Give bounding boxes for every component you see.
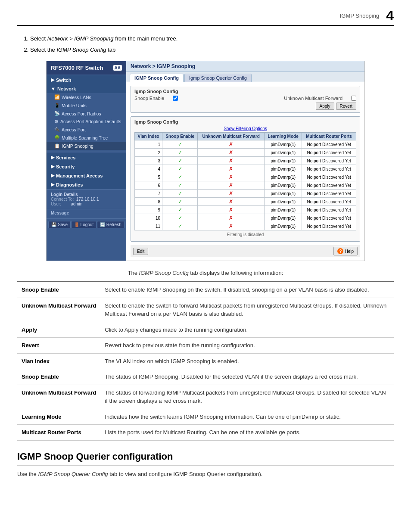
sidebar-item-mobile-units[interactable]: 📱 Mobile Units bbox=[47, 101, 126, 109]
save-button[interactable]: 💾 Save bbox=[48, 221, 71, 228]
tab-igmp-querier-config[interactable]: Igmp Snoop Querier Config bbox=[184, 74, 252, 82]
logout-icon: 🚪 bbox=[74, 222, 79, 227]
sidebar-brand: RFS7000 RF Switch AA bbox=[47, 61, 126, 75]
desc-field-name: Multicast Router Ports bbox=[17, 425, 100, 441]
sidebar-switch-label: Switch bbox=[56, 78, 71, 83]
sidebar-item-switch[interactable]: ▶ Switch bbox=[47, 75, 126, 84]
cell-mode: pimDvmrp(1) bbox=[265, 206, 302, 214]
sidebar-item-access-port[interactable]: 🔌 Access Port bbox=[47, 125, 126, 134]
apply-row: Apply Revert bbox=[134, 103, 356, 110]
unknown-multicast-label: Unknown Multicast Forward bbox=[284, 96, 342, 101]
desc-table-row: Unknown Multicast Forward The status of … bbox=[17, 385, 394, 409]
wireless-icon: 📶 bbox=[54, 94, 60, 100]
unknown-multicast-checkbox[interactable] bbox=[351, 96, 356, 101]
cell-mode: pimDvmrp(1) bbox=[265, 190, 302, 198]
sidebar-item-security[interactable]: ▶ Security bbox=[47, 162, 126, 171]
cell-ports: No port Discovered Yet bbox=[302, 140, 356, 149]
management-label: Management Access bbox=[56, 173, 103, 178]
desc-field-value: Click to Apply changes made to the runni… bbox=[100, 322, 394, 338]
radio-icon: 📡 bbox=[54, 111, 60, 116]
desc-table-row: Unknown Multicast Forward Select to enab… bbox=[17, 298, 394, 322]
cell-mode: pimDvmrp(1) bbox=[265, 173, 302, 181]
sidebar-message: Message bbox=[47, 209, 126, 217]
main-tabs: IGMP Snoop Config Igmp Snoop Querier Con… bbox=[126, 72, 364, 82]
refresh-icon: 🔄 bbox=[100, 222, 105, 227]
desc-field-value: Lists the ports used for Multicast Routi… bbox=[100, 425, 394, 441]
arrow-management: ▶ bbox=[51, 173, 54, 178]
sidebar-item-igmp-snooping[interactable]: 📋 IGMP Snooping bbox=[47, 142, 126, 150]
desc-field-value: Indicates how the switch learns IGMP Sno… bbox=[100, 409, 394, 425]
sidebar-item-spanning-tree[interactable]: 🌳 Multiple Spanning Tree bbox=[47, 134, 126, 142]
main-body: Igmp Snoop Config Snoop Enable Unknown M… bbox=[126, 82, 364, 261]
cell-vlan: 5 bbox=[135, 173, 162, 181]
sidebar-item-wireless-lans[interactable]: 📶 Wireless LANs bbox=[47, 93, 126, 101]
cell-vlan: 11 bbox=[135, 222, 162, 230]
radio-label: Access Port Radios bbox=[62, 111, 101, 116]
brand-logo: AA bbox=[113, 65, 122, 71]
logout-label: Logout bbox=[81, 222, 94, 227]
cell-snoop: ✓ bbox=[162, 214, 198, 222]
revert-button[interactable]: Revert bbox=[336, 103, 356, 110]
apply-button[interactable]: Apply bbox=[316, 103, 334, 110]
access-icon: 🔌 bbox=[54, 127, 60, 132]
help-button[interactable]: ? Help bbox=[333, 247, 358, 255]
connect-to-value: 172.16.10.1 bbox=[76, 197, 99, 202]
instruction-1: Select Network > IGMP Snooping from the … bbox=[30, 34, 394, 43]
services-label: Services bbox=[56, 155, 75, 160]
cell-vlan: 6 bbox=[135, 181, 162, 190]
cell-ports: No port Discovered Yet bbox=[302, 173, 356, 181]
snoop-enable-checkbox[interactable] bbox=[173, 96, 178, 101]
cell-snoop: ✓ bbox=[162, 198, 198, 206]
page-number: 4 bbox=[386, 9, 394, 22]
desc-table-row: Apply Click to Apply changes made to the… bbox=[17, 322, 394, 338]
desc-table-row: Vlan Index The VLAN index on which IGMP … bbox=[17, 353, 394, 369]
refresh-button[interactable]: 🔄 Refresh bbox=[97, 221, 125, 228]
show-filtering-link[interactable]: Show Filtering Options bbox=[134, 126, 356, 131]
edit-button[interactable]: Edit bbox=[133, 248, 148, 255]
table-row: 11 ✓ ✗ pimDvmrp(1) No port Discovered Ye… bbox=[135, 222, 356, 230]
cell-snoop: ✓ bbox=[162, 173, 198, 181]
sidebar-item-services[interactable]: ▶ Services bbox=[47, 153, 126, 162]
table-row: 7 ✓ ✗ pimDvmrp(1) No port Discovered Yet bbox=[135, 190, 356, 198]
adoption-label: Access Port Adoption Defaults bbox=[60, 119, 121, 124]
arrow-services: ▶ bbox=[51, 155, 54, 160]
col-snoop-enable: Snoop Enable bbox=[162, 133, 198, 140]
logout-button[interactable]: 🚪 Logout bbox=[71, 221, 97, 228]
cell-ports: No port Discovered Yet bbox=[302, 165, 356, 173]
cell-mode: pimDvmrp(1) bbox=[265, 214, 302, 222]
cell-snoop: ✓ bbox=[162, 222, 198, 230]
cell-unknown: ✗ bbox=[198, 198, 265, 206]
desc-field-value: Select to enable IGMP Snooping on the sw… bbox=[100, 282, 394, 298]
brand-name: RFS7000 RF Switch bbox=[51, 65, 103, 71]
sidebar-item-access-port-adoption[interactable]: ⚙ Access Port Adoption Defaults bbox=[47, 118, 126, 125]
cell-ports: No port Discovered Yet bbox=[302, 222, 356, 230]
sidebar-item-access-port-radios[interactable]: 📡 Access Port Radios bbox=[47, 109, 126, 118]
sidebar-item-diagnostics[interactable]: ▶ Diagnostics bbox=[47, 180, 126, 189]
table-row: 1 ✓ ✗ pimDvmrp(1) No port Discovered Yet bbox=[135, 140, 356, 149]
desc-field-name: Learning Mode bbox=[17, 409, 100, 425]
cell-snoop: ✓ bbox=[162, 165, 198, 173]
adoption-icon: ⚙ bbox=[54, 119, 59, 124]
cell-unknown: ✗ bbox=[198, 190, 265, 198]
tab-igmp-snoop-config[interactable]: IGMP Snoop Config bbox=[130, 74, 184, 82]
cell-mode: pimDvmrp(1) bbox=[265, 181, 302, 190]
cell-mode: pimDvmrp(1) bbox=[265, 140, 302, 149]
snoop-enable-row: Snoop Enable Unknown Multicast Forward bbox=[134, 96, 356, 101]
cell-snoop: ✓ bbox=[162, 157, 198, 165]
tree-icon: 🌳 bbox=[54, 135, 60, 140]
save-icon: 💾 bbox=[51, 222, 56, 227]
chapter-title: IGMP Snooping bbox=[340, 12, 380, 19]
desc-field-name: Unknown Multicast Forward bbox=[17, 298, 100, 322]
cell-vlan: 3 bbox=[135, 157, 162, 165]
cell-ports: No port Discovered Yet bbox=[302, 190, 356, 198]
cell-mode: pimDvmrp(1) bbox=[265, 157, 302, 165]
sidebar-item-network[interactable]: ▼ Network bbox=[47, 84, 126, 93]
cell-unknown: ✗ bbox=[198, 173, 265, 181]
cell-unknown: ✗ bbox=[198, 222, 265, 230]
sidebar-bottom-bar: 💾 Save 🚪 Logout 🔄 Refresh bbox=[47, 218, 126, 230]
desc-table-row: Revert Revert back to previous state fro… bbox=[17, 338, 394, 354]
col-unknown-multicast: Unknown Multicast Forward bbox=[198, 133, 265, 140]
sidebar-item-management[interactable]: ▶ Management Access bbox=[47, 171, 126, 180]
mobile-icon: 📱 bbox=[54, 103, 60, 108]
help-icon: ? bbox=[337, 248, 343, 254]
